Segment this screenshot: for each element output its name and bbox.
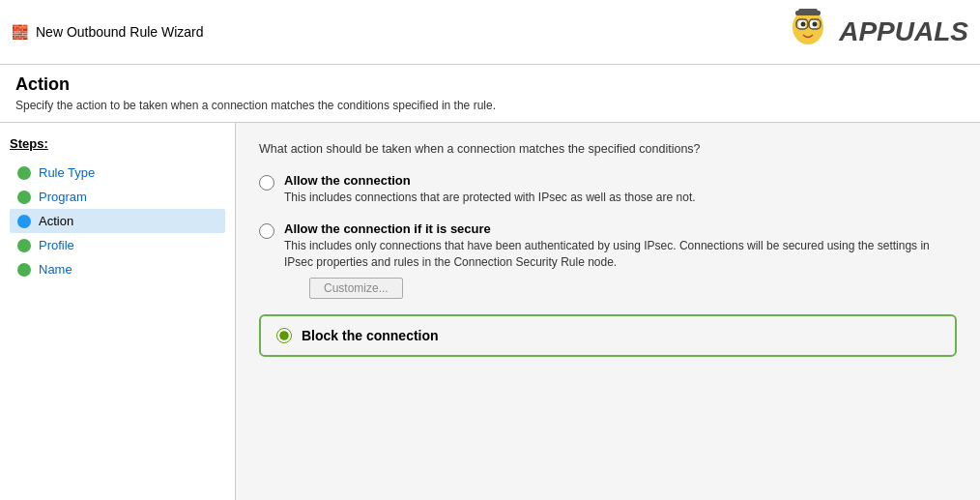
allow-secure-description: This includes only connections that have… — [284, 239, 930, 269]
sidebar-dot-action — [17, 215, 31, 228]
svg-point-5 — [801, 22, 806, 27]
question-text: What action should be taken when a conne… — [259, 142, 957, 156]
sidebar-dot-profile — [17, 239, 31, 252]
allow-secure-label[interactable]: Allow the connection if it is secure — [284, 221, 957, 236]
appuals-logo-area: APPUALS — [782, 8, 968, 56]
title-bar-left: 🧱 New Outbound Rule Wizard — [12, 24, 204, 40]
option-allow: Allow the connection This includes conne… — [259, 173, 957, 206]
page-description: Specify the action to be taken when a co… — [15, 99, 965, 112]
sidebar-dot-program — [17, 191, 31, 204]
svg-rect-2 — [798, 9, 818, 13]
option-allow-secure-content: Allow the connection if it is secure Thi… — [284, 221, 957, 300]
sidebar-label-action: Action — [39, 214, 73, 228]
sidebar-dot-rule-type — [17, 166, 31, 180]
sidebar-label-profile: Profile — [39, 238, 74, 252]
sidebar-item-action[interactable]: Action — [10, 209, 225, 233]
sidebar-item-name[interactable]: Name — [10, 257, 225, 281]
main-content: Steps: Rule Type Program Action Profile … — [0, 123, 980, 500]
appuals-mascot-icon — [782, 8, 835, 56]
appuals-text: APPUALS — [839, 16, 968, 47]
radio-block[interactable] — [276, 328, 292, 343]
right-panel: What action should be taken when a conne… — [236, 123, 980, 500]
page-header: Action Specify the action to be taken wh… — [0, 65, 980, 123]
page-title: Action — [15, 74, 965, 95]
allow-description: This includes connections that are prote… — [284, 191, 696, 204]
option-allow-content: Allow the connection This includes conne… — [284, 173, 696, 206]
sidebar-steps-label: Steps: — [10, 136, 225, 151]
allow-label[interactable]: Allow the connection — [284, 173, 696, 188]
customize-button[interactable]: Customize... — [309, 278, 403, 299]
sidebar-dot-name — [17, 263, 31, 277]
block-label[interactable]: Block the connection — [302, 328, 439, 343]
sidebar-label-program: Program — [39, 190, 87, 204]
radio-allow[interactable] — [259, 175, 274, 191]
sidebar-item-rule-type[interactable]: Rule Type — [10, 161, 225, 185]
sidebar-label-rule-type: Rule Type — [39, 165, 95, 180]
sidebar-item-program[interactable]: Program — [10, 185, 225, 209]
option-allow-secure: Allow the connection if it is secure Thi… — [259, 221, 957, 300]
svg-point-6 — [813, 22, 818, 27]
sidebar: Steps: Rule Type Program Action Profile … — [0, 123, 236, 500]
title-bar: 🧱 New Outbound Rule Wizard APPUALS — [0, 0, 980, 65]
window-title: New Outbound Rule Wizard — [36, 24, 204, 40]
sidebar-item-profile[interactable]: Profile — [10, 233, 225, 257]
option-block-wrapper: Block the connection — [259, 314, 957, 357]
window-icon: 🧱 — [12, 24, 28, 40]
radio-allow-secure[interactable] — [259, 223, 274, 239]
sidebar-label-name: Name — [39, 262, 72, 277]
